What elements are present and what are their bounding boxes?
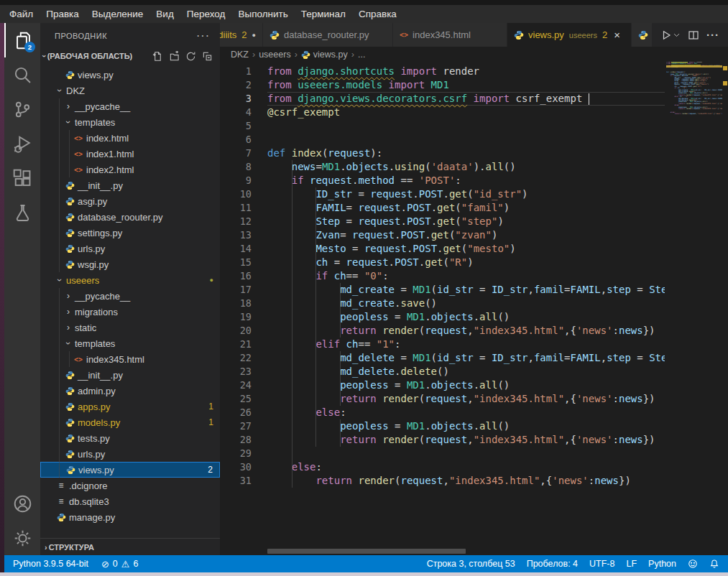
outline-section-header[interactable]: СТРУКТУРА bbox=[40, 538, 220, 555]
menu-item-6[interactable]: Выполнить bbox=[231, 5, 294, 23]
tree-item-wsgi.py[interactable]: wsgi.py bbox=[40, 256, 220, 272]
line-number: 20 bbox=[220, 324, 252, 338]
tree-item-static[interactable]: static bbox=[40, 320, 220, 335]
tree-item-admin.py[interactable]: admin.py bbox=[40, 383, 220, 399]
notifications-bell-icon[interactable] bbox=[709, 559, 719, 569]
tree-item-templates[interactable]: templates bbox=[40, 335, 220, 351]
menu-item-2[interactable]: Правка bbox=[40, 5, 86, 23]
close-icon[interactable]: × bbox=[614, 29, 620, 40]
tree-item-urls.py[interactable]: urls.py bbox=[40, 446, 220, 462]
menu-item-8[interactable]: Справка bbox=[352, 5, 403, 23]
python-interpreter-status[interactable]: Python 3.9.5 64-bit bbox=[13, 559, 88, 569]
feedback-smiley-icon[interactable] bbox=[688, 559, 698, 569]
tree-item-label: settings.py bbox=[78, 228, 122, 238]
tree-item-templates[interactable]: templates bbox=[40, 114, 220, 130]
collapse-all-icon[interactable] bbox=[202, 51, 213, 62]
code-editor[interactable]: 1from django.shortcuts import render2fro… bbox=[220, 62, 665, 555]
python-file-icon bbox=[63, 244, 76, 254]
menu-item-5[interactable]: Переход bbox=[180, 5, 232, 23]
tree-item-database_roouter.py[interactable]: database_roouter.py bbox=[40, 209, 220, 225]
new-folder-icon[interactable] bbox=[169, 51, 180, 62]
python-file-icon bbox=[63, 434, 76, 443]
python-file-icon bbox=[63, 70, 76, 80]
tree-indent-guide bbox=[69, 351, 70, 367]
refresh-icon[interactable] bbox=[185, 51, 196, 62]
activity-item-explorer[interactable]: 2 bbox=[4, 23, 40, 57]
tab-diiits[interactable]: diiits2● bbox=[220, 23, 262, 47]
activity-item-extensions[interactable] bbox=[4, 161, 40, 195]
cursor-position-status[interactable]: Строка 3, столбец 53 bbox=[427, 559, 515, 569]
tree-item-label: models.py bbox=[78, 417, 120, 428]
tree-item-manage.py[interactable]: manage.py bbox=[40, 509, 220, 525]
tree-item-DKZ[interactable]: DKZ bbox=[40, 83, 220, 98]
new-file-icon[interactable] bbox=[152, 51, 163, 62]
tree-item-models.py[interactable]: models.py1 bbox=[40, 414, 220, 430]
menu-item-3[interactable]: Выделение bbox=[86, 5, 150, 23]
line-number: 19 bbox=[220, 310, 252, 324]
chevron-down-icon bbox=[55, 275, 65, 285]
indentation-status[interactable]: Пробелов: 4 bbox=[527, 559, 578, 569]
workspace-section-header[interactable]: (РАБОЧАЯ ОБЛАСТЬ) ... bbox=[40, 48, 220, 64]
tree-item-urls.py[interactable]: urls.py bbox=[40, 241, 220, 256]
tree-item-__init__.py[interactable]: __init__.py bbox=[40, 367, 220, 383]
line-number: 3 bbox=[220, 92, 252, 106]
eol-status[interactable]: LF bbox=[626, 559, 637, 569]
run-python-file-button[interactable] bbox=[660, 29, 681, 41]
activity-item-source-control[interactable] bbox=[4, 92, 40, 126]
tree-item-db.sqlite3[interactable]: ≡db.sqlite3 bbox=[40, 493, 220, 509]
tree-item-views.py[interactable]: views.py2 bbox=[40, 462, 220, 478]
overview-warning-mark bbox=[723, 66, 727, 70]
activity-item-settings[interactable] bbox=[4, 521, 40, 555]
horizontal-scrollbar[interactable] bbox=[267, 549, 466, 554]
tree-item-index345.html[interactable]: <>index345.html bbox=[40, 351, 220, 367]
tree-item-__pycache__[interactable]: __pycache__ bbox=[40, 98, 220, 114]
menu-item-7[interactable]: Терминал bbox=[295, 5, 352, 23]
tab-views.py[interactable]: views.pyuseeers2× bbox=[507, 23, 631, 47]
activity-item-run-and-debug[interactable] bbox=[4, 126, 40, 161]
tree-item-views.py[interactable]: views.py bbox=[40, 67, 220, 83]
tree-item-index.html[interactable]: <>index.html bbox=[40, 130, 220, 146]
breadcrumb-item-4[interactable]: ... bbox=[358, 50, 365, 60]
tab-database_roouter.py[interactable]: database_roouter.py bbox=[263, 23, 392, 47]
line-number: 10 bbox=[220, 187, 252, 201]
code-line-6: 6 bbox=[220, 133, 665, 147]
encoding-status[interactable]: UTF-8 bbox=[589, 559, 614, 569]
activity-item-testing[interactable] bbox=[4, 195, 40, 230]
python-file-icon bbox=[63, 371, 76, 380]
tree-item-__pycache__[interactable]: __pycache__ bbox=[40, 288, 220, 304]
tree-item-settings.py[interactable]: settings.py bbox=[40, 225, 220, 241]
tree-item-migrations[interactable]: migrations bbox=[40, 304, 220, 320]
tree-item-tests.py[interactable]: tests.py bbox=[40, 430, 220, 446]
tree-item-asgi.py[interactable]: asgi.py bbox=[40, 193, 220, 209]
python-file-icon bbox=[514, 30, 524, 40]
chevron-down-icon bbox=[43, 52, 46, 60]
explorer-title-label: ПРОВОДНИК bbox=[55, 32, 107, 40]
python-file-icon bbox=[63, 213, 76, 222]
tree-item-apps.py[interactable]: apps.py1 bbox=[40, 399, 220, 414]
activity-item-search[interactable] bbox=[4, 57, 40, 92]
tree-item-index2.html[interactable]: <>index2.html bbox=[40, 162, 220, 177]
menu-item-1[interactable]: Файл bbox=[3, 5, 40, 23]
menu-item-4[interactable]: Вид bbox=[149, 5, 180, 23]
line-number: 21 bbox=[220, 338, 252, 351]
problems-status[interactable]: ⊘ 0 ⚠ 6 bbox=[101, 559, 138, 570]
more-actions-icon[interactable]: ··· bbox=[706, 29, 719, 41]
code-line-27: 27 peopless = MD1.objects.all() bbox=[220, 419, 665, 433]
tree-item-index1.html[interactable]: <>index1.html bbox=[40, 146, 220, 162]
language-mode-status[interactable]: Python bbox=[648, 559, 676, 569]
breadcrumb-item-3[interactable]: views.py bbox=[313, 50, 348, 60]
tree-item-__init__.py[interactable]: __init__.py bbox=[40, 177, 220, 193]
python-file-icon bbox=[63, 418, 76, 427]
breadcrumb-item-1[interactable]: DKZ bbox=[231, 50, 249, 60]
tab-index345.html[interactable]: <>index345.html bbox=[393, 23, 507, 47]
breadcrumb-item-2[interactable]: useeers bbox=[259, 50, 290, 60]
file-tree: views.pyDKZ__pycache__templates<>index.h… bbox=[40, 67, 220, 525]
outline-label: СТРУКТУРА bbox=[49, 543, 94, 552]
tree-item-label: db.sqlite3 bbox=[69, 496, 109, 507]
tree-item-useeers[interactable]: useeers● bbox=[40, 272, 220, 288]
split-editor-icon[interactable] bbox=[688, 29, 699, 41]
explorer-more-actions-icon[interactable]: ··· bbox=[196, 23, 210, 49]
activity-item-account[interactable] bbox=[4, 486, 40, 521]
minimap[interactable]: from django.shortcuts import renderfrom … bbox=[666, 62, 722, 177]
tree-item-.dcignore[interactable]: ≡.dcignore bbox=[40, 478, 220, 493]
